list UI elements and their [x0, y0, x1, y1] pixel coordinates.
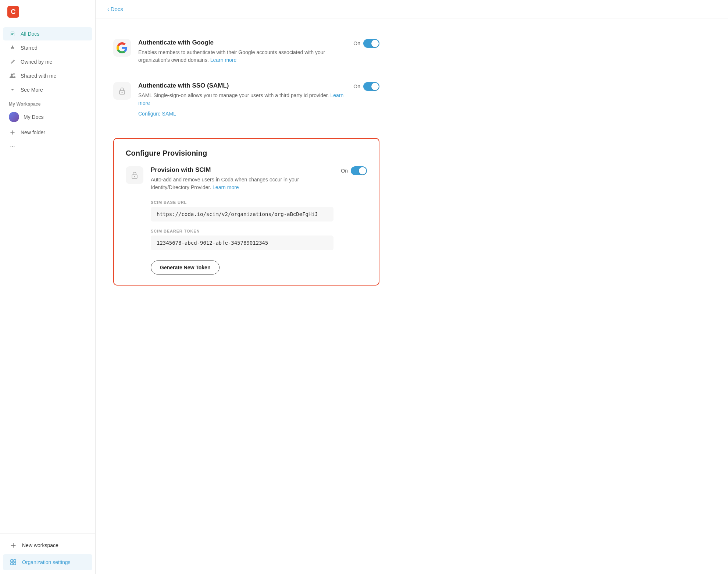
sidebar-nav: All Docs Starred Owned by me Shared with… [0, 24, 95, 533]
auth-google-section: Authenticate with Google Enables members… [113, 30, 379, 73]
auth-google-content: Authenticate with Google Enables members… [138, 39, 346, 64]
sidebar-item-label: See More [21, 87, 43, 93]
provision-toggle[interactable] [351, 166, 367, 175]
chevron-down-icon [9, 86, 16, 93]
sidebar-item-starred[interactable]: Starred [3, 41, 92, 54]
sidebar-item-label: Organization settings [22, 559, 71, 565]
main-content: ‹ Docs Authenticate with Google Enables … [96, 0, 728, 574]
plus-icon [9, 541, 18, 550]
sidebar-item-new-folder[interactable]: New folder [3, 126, 92, 139]
provision-toggle-area: On [341, 166, 367, 175]
provision-learn-more[interactable]: Learn more [213, 184, 239, 190]
sidebar-item-label: Starred [21, 45, 38, 51]
lock-icon [118, 87, 126, 95]
plus-icon [9, 129, 16, 136]
auth-google-title: Authenticate with Google [138, 39, 346, 46]
svg-point-7 [134, 176, 135, 177]
auth-google-toggle[interactable] [363, 39, 379, 48]
sidebar-item-org-settings[interactable]: Organization settings [3, 554, 92, 570]
app-logo: C [7, 6, 19, 18]
provision-toggle-label: On [341, 168, 348, 174]
page-header: ‹ Docs [96, 0, 728, 18]
sidebar-item-label: New folder [21, 130, 45, 135]
back-label: Docs [111, 6, 123, 12]
auth-sso-title: Authenticate with SSO (SAML) [138, 82, 346, 89]
logo-area: C [0, 0, 95, 24]
sidebar-item-label: New workspace [22, 542, 58, 548]
auth-sso-toggle-area: On [353, 82, 379, 91]
people-icon [9, 72, 16, 79]
workspace-section-label: My Workspace [0, 97, 95, 108]
sidebar-item-label: All Docs [21, 31, 39, 37]
sidebar-item-new-workspace[interactable]: New workspace [3, 537, 92, 553]
sidebar-item-see-more[interactable]: See More [3, 83, 92, 96]
svg-point-5 [122, 92, 123, 93]
lock-icon-provision [131, 171, 139, 179]
provision-content: Provision with SCIM Auto-add and remove … [151, 166, 333, 274]
back-button[interactable]: ‹ Docs [107, 6, 123, 12]
sidebar-item-shared-with-me[interactable]: Shared with me [3, 69, 92, 82]
avatar [9, 112, 19, 122]
pencil-icon [9, 58, 16, 65]
scim-url-value: https://coda.io/scim/v2/organizations/or… [151, 207, 333, 222]
chevron-left-icon: ‹ [107, 6, 109, 12]
provision-desc: Auto-add and remove users in Coda when c… [151, 176, 333, 191]
auth-sso-desc-text: SAML Single-sign-on allows you to manage… [138, 92, 330, 98]
sidebar-item-my-docs[interactable]: My Docs [3, 109, 92, 125]
scim-icon-box [126, 166, 143, 184]
sidebar-item-owned-by-me[interactable]: Owned by me [3, 55, 92, 68]
bearer-token-value: 12345678-abcd-9012-abfe-345789012345 [151, 235, 333, 250]
doc-icon [9, 30, 16, 38]
sidebar-item-label: Owned by me [21, 59, 52, 65]
generate-token-button[interactable]: Generate New Token [151, 261, 220, 274]
auth-google-learn-more[interactable]: Learn more [210, 57, 237, 63]
sidebar-item-all-docs[interactable]: All Docs [3, 27, 92, 40]
grid-icon [9, 558, 18, 567]
provision-section-title: Configure Provisioning [126, 149, 367, 157]
ellipsis-icon: ··· [9, 143, 16, 150]
auth-sso-toggle[interactable] [363, 82, 379, 91]
sidebar-item-label: My Docs [24, 114, 43, 120]
sidebar: C All Docs Starred Owned by me [0, 0, 96, 574]
svg-rect-0 [11, 560, 13, 562]
scim-url-label: SCIM Base URL [151, 200, 333, 205]
bearer-token-label: SCIM Bearer Token [151, 229, 333, 233]
auth-google-desc: Enables members to authenticate with the… [138, 49, 346, 64]
configure-saml-link[interactable]: Configure SAML [138, 111, 176, 117]
main-body: Authenticate with Google Enables members… [96, 18, 397, 297]
auth-google-toggle-area: On [353, 39, 379, 48]
sso-icon-box [113, 82, 131, 100]
auth-sso-desc: SAML Single-sign-on allows you to manage… [138, 92, 346, 107]
google-icon-box [113, 39, 131, 57]
auth-sso-toggle-label: On [353, 84, 360, 89]
star-icon [9, 44, 16, 52]
google-icon [117, 42, 128, 53]
configure-provisioning-box: Configure Provisioning Provision with SC… [113, 138, 379, 286]
sidebar-item-more[interactable]: ··· [3, 140, 92, 153]
svg-rect-3 [14, 563, 16, 565]
auth-sso-content: Authenticate with SSO (SAML) SAML Single… [138, 82, 346, 117]
svg-rect-2 [11, 563, 13, 565]
sidebar-item-label: Shared with me [21, 73, 56, 79]
workspace-menu: New workspace Organization settings [0, 533, 95, 574]
provision-row: Provision with SCIM Auto-add and remove … [126, 166, 367, 274]
provision-title: Provision with SCIM [151, 166, 333, 174]
auth-google-toggle-label: On [353, 40, 360, 46]
auth-sso-section: Authenticate with SSO (SAML) SAML Single… [113, 73, 379, 126]
svg-rect-1 [14, 560, 16, 562]
